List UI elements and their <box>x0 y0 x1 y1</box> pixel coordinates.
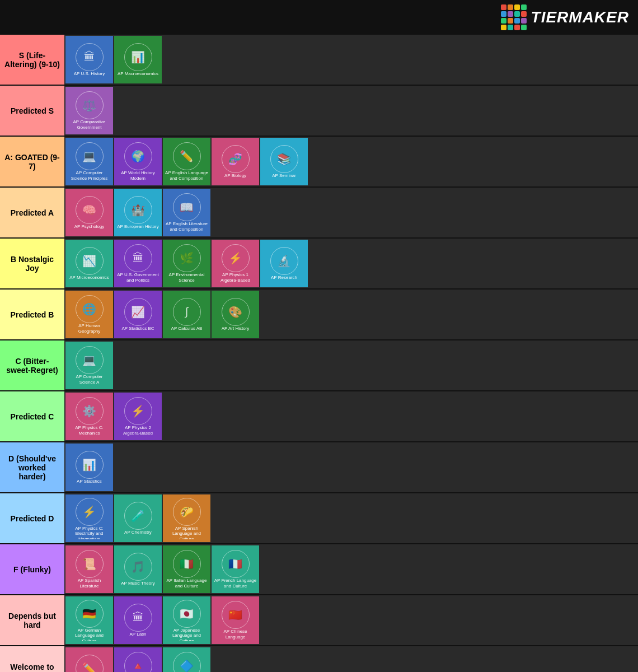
tier-item-b-nostalgic-0[interactable]: 📉AP Microeconomics <box>65 240 113 287</box>
tier-item-f-3[interactable]: 🇫🇷AP French Language and Culture <box>212 545 259 593</box>
item-icon-symbol: ⚡ <box>228 251 242 265</box>
tier-items-predicted-d: ⚡AP Physics C: Electricity and Magnetism… <box>64 493 638 543</box>
tier-item-depends-2[interactable]: 🇯🇵AP Japanese Language and Culture <box>163 596 210 644</box>
tier-label-f: F (Flunky) <box>0 544 64 594</box>
tier-row-b-nostalgic: B Nostalgic Joy📉AP Microeconomics🏛AP U.S… <box>0 239 638 290</box>
item-icon-symbol: 📜 <box>82 557 96 571</box>
tier-item-b-nostalgic-4[interactable]: 🔬AP Research <box>260 240 308 287</box>
tier-row-s: S (Life-Altering) (9-10)🏛AP U.S. History… <box>0 35 638 86</box>
item-label-text: AP Latin <box>129 632 146 637</box>
item-icon-symbol: 🧠 <box>82 203 96 217</box>
item-icon-depends-1: 🏛 <box>124 604 152 632</box>
item-label-text: AP Art History <box>222 326 250 332</box>
item-icon-f-0: 📜 <box>76 550 104 578</box>
item-icon-symbol: 🎨 <box>228 305 242 319</box>
item-icon-symbol: 🏰 <box>131 203 145 217</box>
tier-item-predicted-c-0[interactable]: ⚙️AP Physics C: Mechanics <box>65 393 113 440</box>
tier-item-predicted-c-1[interactable]: ⚡AP Physics 2 Algebra-Based <box>114 393 162 440</box>
logo-cell-0 <box>501 4 506 10</box>
tier-item-predicted-s-0[interactable]: ⚖️AP Comparative Government <box>65 87 113 134</box>
tier-row-predicted-b: Predicted B🌐AP Human Geography📈AP Statis… <box>0 290 638 340</box>
item-icon-symbol: 📖 <box>180 200 194 214</box>
tier-items-predicted-s: ⚖️AP Comparative Government <box>64 86 638 136</box>
tier-item-predicted-d-2[interactable]: 🌮AP Spanish Language and Culture <box>163 494 210 542</box>
tier-item-b-nostalgic-1[interactable]: 🏛AP U.S. Government and Politics <box>114 240 162 287</box>
item-label-text: AP European History <box>117 224 159 230</box>
tier-row-d: D (Should've worked harder)📊AP Statistic… <box>0 442 638 493</box>
tier-item-predicted-b-3[interactable]: 🎨AP Art History <box>212 291 259 338</box>
tier-item-hell-1[interactable]: 🔺AP 3D Art and Design <box>114 647 162 672</box>
tier-item-f-1[interactable]: 🎵AP Music Theory <box>114 545 162 593</box>
item-label-text: AP German Language and Culture <box>68 628 111 641</box>
item-icon-a-4: 📚 <box>270 145 298 173</box>
tier-item-depends-0[interactable]: 🇩🇪AP German Language and Culture <box>65 596 113 644</box>
tier-item-predicted-d-0[interactable]: ⚡AP Physics C: Electricity and Magnetism <box>65 494 113 542</box>
tier-container: S (Life-Altering) (9-10)🏛AP U.S. History… <box>0 35 638 672</box>
item-icon-depends-3: 🇨🇳 <box>222 601 250 629</box>
tier-items-b-nostalgic: 📉AP Microeconomics🏛AP U.S. Government an… <box>64 239 638 288</box>
tier-items-hell: ✏️AP Drawing🔺AP 3D Art and Design🔷AP 3D … <box>64 646 638 672</box>
tier-row-predicted-c: Predicted C⚙️AP Physics C: Mechanics⚡AP … <box>0 391 638 442</box>
tier-item-b-nostalgic-3[interactable]: ⚡AP Physics 1 Algebra-Based <box>212 240 259 287</box>
logo-cell-6 <box>514 11 520 17</box>
tier-item-predicted-a-2[interactable]: 📖AP English Literature and Composition <box>163 189 210 236</box>
item-label-text: AP Biology <box>224 173 246 179</box>
tier-row-c: C (Bitter-sweet-Regret)💻AP Computer Scie… <box>0 340 638 391</box>
tier-item-predicted-b-0[interactable]: 🌐AP Human Geography <box>65 291 113 338</box>
item-label-text: AP English Language and Composition <box>165 170 208 181</box>
tier-item-a-1[interactable]: 🌍AP World History Modern <box>114 138 162 185</box>
tier-item-predicted-b-2[interactable]: ∫AP Calculus AB <box>163 291 210 338</box>
tier-label-hell: Welcome to hell... probably <box>0 646 64 672</box>
item-label-text: AP Statistics <box>77 479 102 484</box>
tier-label-predicted-a: Predicted A <box>0 188 64 237</box>
item-icon-predicted-d-1: 🧪 <box>124 502 152 530</box>
logo-text: TiERMAKER <box>531 8 629 26</box>
tier-item-a-3[interactable]: 🧬AP Biology <box>212 138 259 185</box>
item-icon-symbol: 🇯🇵 <box>180 607 194 620</box>
tier-items-d: 📊AP Statistics <box>64 442 638 492</box>
tier-item-d-0[interactable]: 📊AP Statistics <box>65 444 113 491</box>
tier-item-depends-3[interactable]: 🇨🇳AP Chinese Language <box>212 596 259 644</box>
tier-item-a-2[interactable]: ✏️AP English Language and Composition <box>163 138 210 185</box>
tier-item-hell-2[interactable]: 🔷AP 3D Art and Design <box>163 647 210 672</box>
item-icon-a-2: ✏️ <box>173 142 201 170</box>
tier-item-predicted-a-1[interactable]: 🏰AP European History <box>114 189 162 236</box>
item-icon-predicted-c-1: ⚡ <box>124 397 152 425</box>
item-label-text: AP Calculus AB <box>171 326 203 332</box>
item-icon-symbol: ⚙️ <box>82 404 96 418</box>
tier-item-c-0[interactable]: 💻AP Computer Science A <box>65 342 113 389</box>
tier-item-predicted-a-0[interactable]: 🧠AP Psychology <box>65 189 113 236</box>
item-icon-symbol: 🎵 <box>131 560 145 573</box>
item-label-text: AP Italian Language and Culture <box>165 578 208 589</box>
logo-cell-14 <box>514 25 520 30</box>
tier-item-f-0[interactable]: 📜AP Spanish Literature <box>65 545 113 593</box>
tier-item-b-nostalgic-2[interactable]: 🌿AP Environmental Science <box>163 240 210 287</box>
tier-item-a-0[interactable]: 💻AP Computer Science Principles <box>65 138 113 185</box>
tier-label-a: A: GOATED (9-7) <box>0 137 64 186</box>
tier-label-predicted-s: Predicted S <box>0 86 64 136</box>
tier-item-a-4[interactable]: 📚AP Seminar <box>260 138 308 185</box>
tier-item-depends-1[interactable]: 🏛AP Latin <box>114 596 162 644</box>
item-icon-symbol: ✏️ <box>180 150 194 163</box>
item-icon-hell-2: 🔷 <box>173 652 201 672</box>
tier-item-hell-0[interactable]: ✏️AP Drawing <box>65 647 113 672</box>
item-icon-symbol: 📊 <box>131 50 145 64</box>
item-label-text: AP Microeconomics <box>69 275 109 281</box>
tier-label-s: S (Life-Altering) (9-10) <box>0 35 64 85</box>
tier-item-f-2[interactable]: 🇮🇹AP Italian Language and Culture <box>163 545 210 593</box>
item-label-text: AP World History Modern <box>116 170 160 181</box>
item-label-text: AP Environmental Science <box>165 272 208 283</box>
tier-label-depends: Depends but hard <box>0 595 64 645</box>
item-icon-hell-1: 🔺 <box>124 652 152 672</box>
tier-item-s-0[interactable]: 🏛AP U.S. History <box>65 36 113 83</box>
item-icon-predicted-b-0: 🌐 <box>76 295 104 323</box>
item-label-text: AP French Language and Culture <box>214 578 257 589</box>
item-label-text: AP Computer Science A <box>68 374 111 385</box>
logo-cell-2 <box>514 4 520 10</box>
item-icon-b-nostalgic-0: 📉 <box>76 247 104 275</box>
tier-row-f: F (Flunky)📜AP Spanish Literature🎵AP Musi… <box>0 544 638 595</box>
tier-item-predicted-b-1[interactable]: 📈AP Statistics BC <box>114 291 162 338</box>
tier-item-predicted-d-1[interactable]: 🧪AP Chemistry <box>114 494 162 542</box>
tier-item-s-1[interactable]: 📊AP Macroeconomics <box>114 36 162 83</box>
item-label-text: AP Research <box>271 275 297 281</box>
